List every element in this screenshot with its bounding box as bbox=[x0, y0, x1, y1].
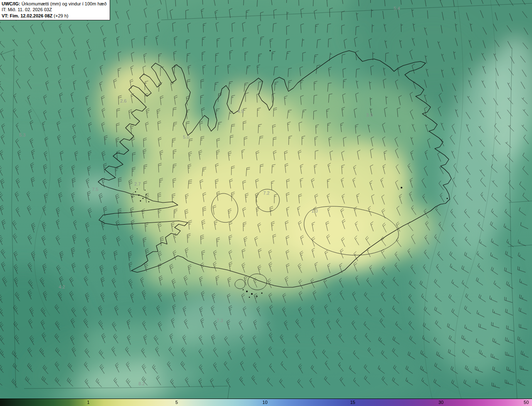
title-line: UWC/IG: Úrkomumætti (mm) og vindur í 100… bbox=[2, 1, 106, 7]
model-label: UWC/IG: bbox=[2, 1, 20, 6]
contour-label: 3.0 bbox=[366, 113, 372, 117]
colorbar-tick-label: 50 bbox=[524, 399, 529, 406]
valid-time: VT: Fim. 12.02.2026 08Z bbox=[2, 13, 52, 18]
contour-label: 7.5 bbox=[92, 187, 98, 192]
colorbar-tick-label: 1 bbox=[87, 399, 89, 406]
valid-offset: (+29 h) bbox=[52, 13, 68, 18]
colorbar-tick-label: 10 bbox=[262, 399, 267, 406]
precipitation-wind-map: 5.45.32.64.95.03.02.77.57.21.04.27.38.2 bbox=[0, 0, 532, 399]
weather-chart-page: 5.45.32.64.95.03.02.77.57.21.04.27.38.2 … bbox=[0, 0, 532, 406]
contour-label: 4.9 bbox=[237, 109, 244, 114]
title-box: UWC/IG: Úrkomumætti (mm) og vindur í 100… bbox=[0, 0, 110, 20]
init-time: IT: Mið. 11. 02. 2026 03Z bbox=[2, 7, 106, 12]
colorbar: 1510153050 bbox=[0, 399, 532, 406]
contour-label: 5.3 bbox=[19, 132, 25, 137]
contour-label: 5.4 bbox=[394, 6, 400, 11]
contour-label: 8.2 bbox=[138, 381, 145, 386]
contour-label: 2.7 bbox=[134, 181, 140, 186]
contour-label: 1.0 bbox=[311, 208, 318, 213]
contour-label: 4.2 bbox=[59, 284, 65, 289]
valid-time-line: VT: Fim. 12.02.2026 08Z (+29 h) bbox=[2, 13, 106, 19]
contour-label: 7.3 bbox=[217, 318, 223, 323]
colorbar-tick-label: 30 bbox=[438, 399, 443, 406]
contour-label: 7.2 bbox=[263, 191, 269, 196]
contour-label: 2.6 bbox=[120, 98, 126, 103]
colorbar-tick-label: 5 bbox=[175, 399, 178, 406]
map-area: 5.45.32.64.95.03.02.77.57.21.04.27.38.2 … bbox=[0, 0, 532, 399]
product-title: Úrkomumætti (mm) og vindur í 100m hæð bbox=[20, 1, 107, 6]
colorbar-tick-label: 15 bbox=[350, 399, 355, 406]
contour-label: 5.0 bbox=[183, 135, 189, 139]
